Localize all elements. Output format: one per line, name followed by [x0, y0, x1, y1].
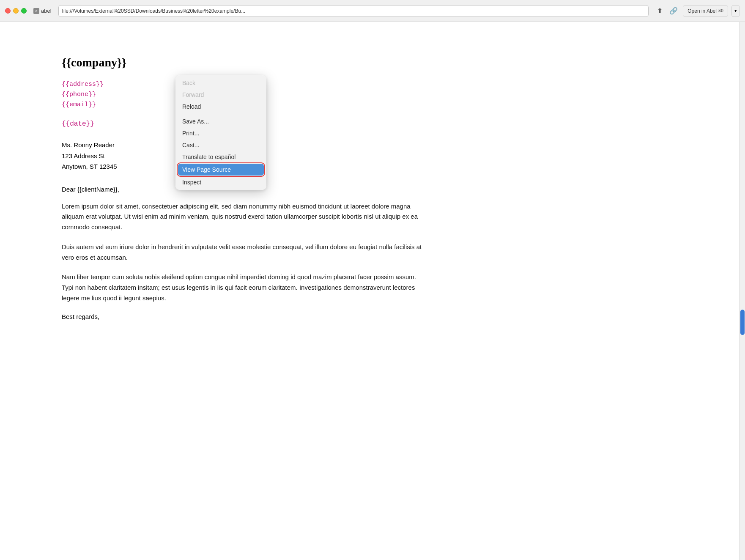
link-icon[interactable]: 🔗	[668, 6, 679, 16]
date-field: {{date}}	[62, 120, 688, 128]
minimize-button[interactable]	[13, 8, 19, 14]
context-menu-translate[interactable]: Translate to español	[175, 151, 266, 163]
company-name: {{company}}	[62, 56, 688, 69]
address-info: {{address}} {{phone}} {{email}}	[62, 80, 688, 110]
context-menu-cast[interactable]: Cast...	[175, 139, 266, 151]
body-paragraph-1: Lorem ipsum dolor sit amet, consectetuer…	[62, 201, 425, 233]
email-line: {{email}}	[62, 100, 688, 110]
address-line: {{address}}	[62, 80, 688, 90]
context-menu-save-as[interactable]: Save As...	[175, 115, 266, 127]
context-menu-print[interactable]: Print...	[175, 127, 266, 139]
body-paragraph-2: Duis autem vel eum iriure dolor in hendr…	[62, 242, 425, 263]
closing: Best regards,	[62, 313, 688, 320]
toolbar-actions: ⬆ 🔗 Open in Abel ⌘O ▾	[655, 5, 740, 17]
tab-favicon: a	[33, 8, 39, 14]
body-paragraph-3: Nam liber tempor cum soluta nobis eleife…	[62, 272, 425, 303]
tab-title: abel	[41, 8, 52, 14]
address-bar[interactable]: file:///Volumes/External%20SSD/Downloads…	[58, 5, 649, 17]
page-content: {{company}} {{address}} {{phone}} {{emai…	[0, 22, 739, 560]
share-icon[interactable]: ⬆	[655, 6, 664, 16]
context-menu-forward: Forward	[175, 89, 266, 101]
context-menu-back: Back	[175, 77, 266, 89]
close-button[interactable]	[5, 8, 11, 14]
recipient-info: Ms. Ronny Reader 123 Address St Anytown,…	[62, 140, 688, 172]
dropdown-chevron[interactable]: ▾	[731, 5, 740, 17]
recipient-address: 123 Address St	[62, 151, 688, 162]
phone-line: {{phone}}	[62, 90, 688, 100]
tab-area: a abel	[33, 8, 52, 14]
recipient-city: Anytown, ST 12345	[62, 161, 688, 172]
address-text: file:///Volumes/External%20SSD/Downloads…	[62, 8, 246, 14]
recipient-name: Ms. Ronny Reader	[62, 140, 688, 151]
salutation: Dear {{clientName}},	[62, 186, 688, 193]
context-menu-reload[interactable]: Reload	[175, 101, 266, 113]
scrollbar-thumb[interactable]	[740, 310, 745, 335]
context-menu: Back Forward Reload Save As... Print... …	[175, 75, 266, 190]
context-menu-view-source[interactable]: View Page Source	[178, 164, 264, 176]
context-menu-inspect[interactable]: Inspect	[175, 176, 266, 188]
traffic-lights	[5, 8, 27, 14]
titlebar: a abel file:///Volumes/External%20SSD/Do…	[0, 0, 745, 22]
context-menu-separator-1	[175, 114, 266, 114]
open-in-abel-button[interactable]: Open in Abel ⌘O	[683, 5, 728, 17]
maximize-button[interactable]	[21, 8, 27, 14]
scrollbar-track[interactable]	[739, 22, 745, 560]
